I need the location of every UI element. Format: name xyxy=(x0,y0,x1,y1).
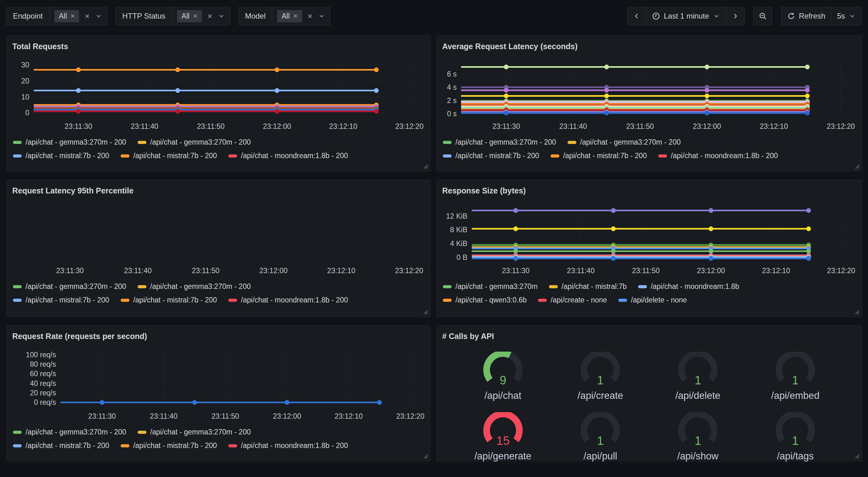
chart-canvas[interactable]: 23:11:3023:11:4023:11:5023:12:0023:12:10… xyxy=(12,200,425,278)
panel-resize-handle[interactable] xyxy=(854,308,861,316)
filter-endpoint[interactable]: Endpoint All × × xyxy=(6,7,107,25)
panel-resize-handle[interactable] xyxy=(422,163,429,170)
filter-http-status-chip[interactable]: All × xyxy=(177,10,202,22)
data-point xyxy=(806,227,811,231)
filter-model-label: Model xyxy=(239,7,272,25)
chevron-down-icon[interactable] xyxy=(218,12,225,20)
zoom-out-button[interactable] xyxy=(753,7,772,25)
filter-model-chip[interactable]: All × xyxy=(277,10,302,22)
y-tick-label: 12 KiB xyxy=(446,212,467,220)
time-series-chart[interactable]: 23:11:3023:11:4023:11:5023:12:0023:12:10… xyxy=(12,200,425,278)
legend-item[interactable]: /api/chat - moondream:1.8b xyxy=(638,282,739,291)
legend-item[interactable]: /api/chat - mistral:7b - 200 xyxy=(551,152,647,160)
panel-title[interactable]: # Calls by API xyxy=(442,332,857,341)
x-tick-label: 23:11:40 xyxy=(559,122,587,130)
time-series-chart[interactable]: 0 B4 KiB8 KiB12 KiB23:11:3023:11:4023:11… xyxy=(441,200,857,278)
legend-item[interactable]: /api/delete - none xyxy=(618,296,687,304)
legend-item[interactable]: /api/chat - moondream:1.8b - 200 xyxy=(228,152,348,160)
chevron-down-icon[interactable] xyxy=(318,12,325,20)
legend-item[interactable]: /api/chat - qwen3:0.6b xyxy=(443,296,527,304)
legend-item[interactable]: /api/chat - mistral:7b xyxy=(549,282,627,291)
filter-model-value[interactable]: All × × xyxy=(272,7,330,25)
panel-resize-handle[interactable] xyxy=(854,163,861,170)
legend-item[interactable]: /api/chat - mistral:7b - 200 xyxy=(13,296,109,304)
legend-row: /api/chat - gemma3:270m - 200/api/chat -… xyxy=(443,138,857,147)
data-point xyxy=(806,249,811,254)
grafana-dashboard: Endpoint All × × HTTP Status All × xyxy=(0,0,868,477)
data-point xyxy=(514,227,518,231)
chart-canvas[interactable]: 0 B4 KiB8 KiB12 KiB23:11:3023:11:4023:11… xyxy=(441,200,857,278)
chart-canvas[interactable]: 0 req/s20 req/s40 req/s60 req/s80 req/s1… xyxy=(12,345,425,424)
legend-item[interactable]: /api/chat - mistral:7b - 200 xyxy=(121,441,217,450)
panel-resize-handle[interactable] xyxy=(854,453,861,460)
filter-clear-icon[interactable]: × xyxy=(85,12,89,20)
refresh-button[interactable]: Refresh xyxy=(781,7,832,25)
panel-resize-handle[interactable] xyxy=(422,308,429,316)
gauge-value: 1 xyxy=(694,434,701,447)
legend-item[interactable]: /api/chat - gemma3:270m - 200 xyxy=(137,428,251,436)
refresh-group: Refresh 5s xyxy=(781,7,862,25)
filter-clear-icon[interactable]: × xyxy=(208,12,212,20)
time-series-chart[interactable]: 0 req/s20 req/s40 req/s60 req/s80 req/s1… xyxy=(12,345,425,424)
y-tick-label: 100 req/s xyxy=(26,351,56,359)
legend-item[interactable]: /api/chat - moondream:1.8b - 200 xyxy=(228,296,348,304)
y-tick-label: 8 KiB xyxy=(450,226,467,234)
legend-item[interactable]: /api/chat - gemma3:270m - 200 xyxy=(13,282,126,291)
legend-item[interactable]: /api/chat - gemma3:270m - 200 xyxy=(443,138,556,147)
legend-item[interactable]: /api/chat - gemma3:270m xyxy=(443,282,538,291)
legend-item[interactable]: /api/chat - mistral:7b - 200 xyxy=(13,152,109,160)
time-series-chart[interactable]: 010203023:11:3023:11:4023:11:5023:12:002… xyxy=(12,55,425,134)
chevron-down-icon[interactable] xyxy=(95,12,102,20)
legend-item[interactable]: /api/chat - gemma3:270m - 200 xyxy=(137,282,251,291)
filter-model[interactable]: Model All × × xyxy=(239,7,330,25)
filter-http-status-value[interactable]: All × × xyxy=(172,7,230,25)
time-series-chart[interactable]: 0 s2 s4 s6 s23:11:3023:11:4023:11:5023:1… xyxy=(441,55,857,134)
chart-canvas[interactable]: 010203023:11:3023:11:4023:11:5023:12:002… xyxy=(12,55,425,134)
data-point xyxy=(611,249,616,254)
data-point xyxy=(604,88,609,93)
chip-remove-icon[interactable]: × xyxy=(70,12,75,20)
filter-endpoint-chip-text: All xyxy=(59,12,67,21)
legend-item[interactable]: /api/chat - mistral:7b - 200 xyxy=(13,441,109,450)
legend-item[interactable]: /api/chat - moondream:1.8b - 200 xyxy=(658,152,778,160)
legend-item[interactable]: /api/chat - gemma3:270m - 200 xyxy=(13,138,126,147)
legend-series-label: /api/delete - none xyxy=(631,296,687,304)
x-tick-label: 23:12:10 xyxy=(760,122,788,130)
x-tick-label: 23:11:50 xyxy=(632,267,660,275)
legend-series-label: /api/chat - moondream:1.8b - 200 xyxy=(241,152,348,160)
legend-item[interactable]: /api/create - none xyxy=(538,296,607,304)
chip-remove-icon[interactable]: × xyxy=(193,12,197,20)
time-range-picker-button[interactable]: Last 1 minute xyxy=(646,7,726,25)
filter-endpoint-chip[interactable]: All × xyxy=(55,10,79,22)
gauge-arc: 15 xyxy=(473,412,533,450)
filter-clear-icon[interactable]: × xyxy=(308,12,312,20)
filter-http-status[interactable]: HTTP Status All × × xyxy=(116,7,230,25)
refresh-interval-button[interactable]: 5s xyxy=(832,7,862,25)
legend-item[interactable]: /api/chat - gemma3:270m - 200 xyxy=(567,138,681,147)
legend-item[interactable]: /api/chat - gemma3:270m - 200 xyxy=(13,428,126,436)
time-shift-forward-button[interactable] xyxy=(726,7,745,25)
chart-canvas[interactable]: 0 s2 s4 s6 s23:11:3023:11:4023:11:5023:1… xyxy=(441,55,857,134)
legend-item[interactable]: /api/chat - moondream:1.8b - 200 xyxy=(228,441,348,450)
legend-item[interactable]: /api/chat - mistral:7b - 200 xyxy=(443,152,539,160)
legend-row: /api/chat - gemma3:270m/api/chat - mistr… xyxy=(443,282,857,291)
data-point xyxy=(76,109,81,114)
legend-series-chip xyxy=(551,154,559,157)
data-point xyxy=(806,208,811,213)
time-shift-back-button[interactable] xyxy=(627,7,646,25)
legend-item[interactable]: /api/chat - gemma3:270m - 200 xyxy=(137,138,251,147)
legend-item[interactable]: /api/chat - mistral:7b - 200 xyxy=(121,296,217,304)
gauge-arc: 1 xyxy=(765,352,825,389)
data-point xyxy=(805,111,810,115)
gauge-api-chat: 9/api/chat xyxy=(454,352,552,401)
chip-remove-icon[interactable]: × xyxy=(293,12,298,20)
gauge-arc: 1 xyxy=(668,412,728,450)
panel-title[interactable]: Response Size (bytes) xyxy=(442,186,857,195)
panel-title[interactable]: Request Rate (requests per second) xyxy=(12,332,425,341)
panel-title[interactable]: Total Requests xyxy=(12,42,425,51)
panel-resize-handle[interactable] xyxy=(422,453,429,460)
panel-title[interactable]: Request Latency 95th Percentile xyxy=(12,186,425,195)
panel-title[interactable]: Average Request Latency (seconds) xyxy=(442,42,857,51)
legend-item[interactable]: /api/chat - mistral:7b - 200 xyxy=(121,152,217,160)
filter-endpoint-value[interactable]: All × × xyxy=(50,7,107,25)
